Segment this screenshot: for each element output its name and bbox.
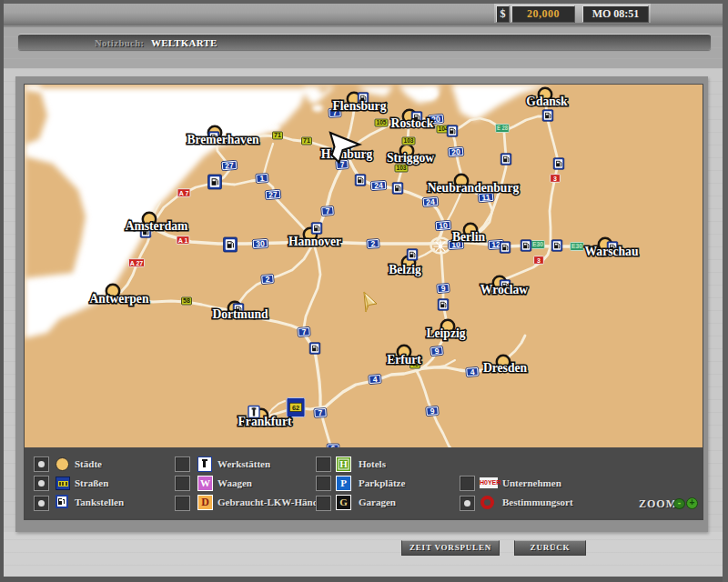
svg-text:Hannover: Hannover [288, 235, 341, 248]
svg-text:Striggow: Striggow [387, 151, 434, 165]
svg-text:71: 71 [303, 137, 310, 144]
svg-text:27: 27 [225, 161, 235, 171]
svg-text:30: 30 [256, 239, 265, 249]
svg-text:Gdansk: Gdansk [526, 95, 568, 108]
svg-text:E30: E30 [532, 241, 543, 247]
svg-text:A 7: A 7 [179, 190, 189, 196]
svg-text:27: 27 [268, 190, 278, 200]
svg-text:Wroclaw: Wroclaw [480, 283, 529, 296]
svg-text:24: 24 [426, 197, 436, 207]
svg-text:Frankfurt: Frankfurt [238, 415, 292, 428]
svg-text:3: 3 [553, 176, 557, 182]
svg-text:105: 105 [376, 119, 386, 125]
svg-text:Berlin: Berlin [452, 230, 486, 244]
svg-text:Flensburg: Flensburg [333, 99, 387, 113]
svg-text:Dortmund: Dortmund [212, 307, 268, 321]
svg-text:7: 7 [318, 408, 323, 417]
svg-text:Belzig: Belzig [389, 263, 421, 276]
svg-text:Leipzig: Leipzig [426, 326, 465, 340]
svg-text:Bremerhaven: Bremerhaven [187, 133, 258, 146]
svg-text:Amsterdam: Amsterdam [126, 219, 188, 233]
svg-text:3: 3 [537, 257, 541, 264]
svg-text:24: 24 [374, 181, 383, 191]
svg-text:Neubrandenburg: Neubrandenburg [428, 181, 520, 195]
svg-text:10: 10 [439, 221, 449, 231]
svg-text:20: 20 [451, 147, 461, 157]
svg-text:Erfurt: Erfurt [387, 353, 421, 366]
svg-text:58: 58 [183, 297, 190, 304]
svg-text:62: 62 [292, 404, 299, 412]
svg-text:Warschau: Warschau [585, 245, 639, 258]
svg-text:A 27: A 27 [130, 260, 144, 266]
svg-text:103: 103 [403, 137, 413, 144]
svg-text:103: 103 [396, 165, 406, 171]
svg-text:2: 2 [370, 239, 376, 248]
svg-text:Antwerpen: Antwerpen [90, 292, 149, 306]
svg-text:Dresden: Dresden [483, 361, 528, 375]
svg-text:E 28: E 28 [497, 125, 508, 131]
svg-text:1: 1 [259, 174, 265, 183]
svg-text:Rostock: Rostock [391, 116, 434, 130]
svg-text:12: 12 [491, 240, 500, 250]
svg-text:71: 71 [274, 132, 281, 138]
svg-text:A 1: A 1 [178, 237, 188, 244]
svg-text:E30: E30 [571, 243, 582, 249]
